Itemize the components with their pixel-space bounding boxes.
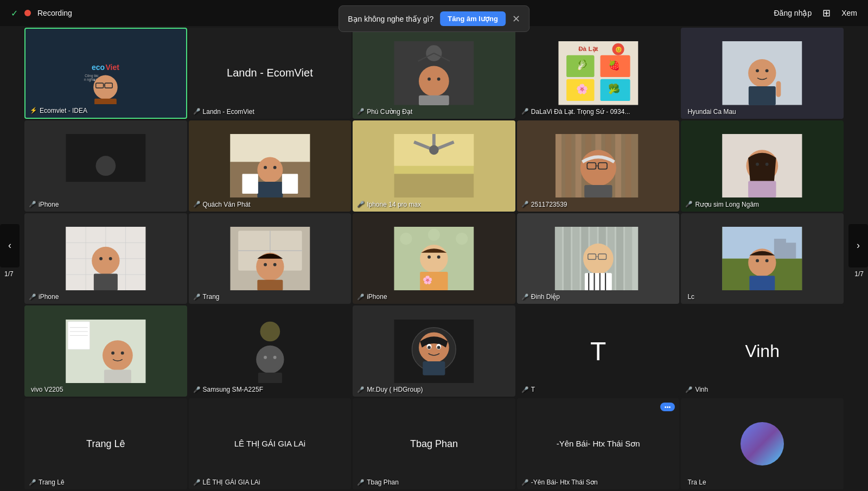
phone-number-video	[517, 120, 680, 212]
iphone1-video	[24, 120, 187, 212]
video-cell-ecomviet[interactable]: eco Viet Công tác n nghiệp ⚡ Ecomviet - …	[24, 28, 187, 119]
svg-point-15	[427, 78, 431, 81]
video-cell-trang[interactable]: 🎤 Trang	[189, 213, 352, 304]
video-cell-quach[interactable]: 🎤 Quách Văn Phát	[189, 120, 352, 212]
left-page-indicator: 1/7	[4, 270, 14, 278]
iphone3-video: 🌸	[353, 213, 515, 304]
iphone14-video	[353, 120, 515, 212]
svg-rect-54	[394, 174, 474, 197]
svg-point-100	[427, 256, 431, 259]
next-page-button[interactable]: ›	[848, 224, 868, 267]
video-cell-hyundai[interactable]: Hyundai Ca Mau	[681, 28, 844, 119]
person-svg-2	[377, 41, 491, 105]
landn-name-display: Landn - EcomViet	[221, 61, 318, 85]
cell-label-lc: Lc	[685, 293, 694, 301]
view-button[interactable]: Xem	[841, 9, 857, 17]
video-cell-vivo[interactable]: vivo V2205	[24, 305, 187, 397]
close-banner-button[interactable]: ✕	[512, 13, 520, 25]
video-cell-iphone1[interactable]: 🎤 iPhone	[24, 120, 187, 212]
cell-label-iphone1: 🎤 iPhone	[29, 201, 59, 208]
svg-point-85	[109, 257, 112, 260]
svg-text:Công tác: Công tác	[85, 73, 99, 78]
mute-icon-tbag: 🎤	[357, 479, 365, 486]
top-bar-right: Đăng nhập ⊞ Xem	[774, 7, 857, 19]
iphone14-svg	[377, 134, 491, 197]
video-cell-le-thi-gai[interactable]: LÊ THỊ GÁI GIA LAi 🎤 LÊ THỊ GÁI GIA LAi	[189, 398, 352, 489]
video-cell-phone-number[interactable]: 🎤 2511723539	[517, 120, 680, 212]
video-cell-samsung[interactable]: 🎤 Samsung SM-A225F	[189, 305, 352, 397]
svg-point-145	[264, 355, 267, 359]
video-cell-ruou-sim[interactable]: 🎤 Rượu sim Long Ngâm	[681, 120, 844, 212]
svg-rect-35	[776, 81, 781, 97]
svg-point-140	[121, 351, 124, 354]
video-cell-t[interactable]: T 🎤 T	[517, 305, 680, 397]
recording-dot	[24, 10, 31, 16]
dinh-diep-video	[517, 213, 680, 304]
video-cell-vinh[interactable]: Vinh 🎤 Vinh	[681, 305, 844, 397]
video-cell-lc[interactable]: Lc	[681, 213, 844, 304]
prev-page-button[interactable]: ‹	[0, 224, 20, 267]
boost-audio-button[interactable]: Tăng âm lượng	[440, 11, 506, 26]
samsung-svg	[213, 320, 327, 383]
svg-point-93	[273, 263, 276, 266]
svg-point-143	[260, 321, 280, 341]
video-cell-iphone2[interactable]: 🎤 iPhone	[24, 213, 187, 304]
svg-point-83	[92, 246, 119, 274]
video-cell-phu-cuong[interactable]: 🎤 Phú Cường Đạt	[353, 28, 515, 119]
video-cell-tbag[interactable]: Tbag Phan 🎤 Tbag Phan	[353, 398, 515, 489]
svg-rect-126	[774, 239, 786, 259]
video-cell-iphone3[interactable]: 🌸 🎤 iPhone	[353, 213, 515, 304]
video-cell-dalavi[interactable]: Đà Lạt 🥬 🍓 🌸 🥦 😊 🎤 DaLaVi Đà Lạt. Trọng …	[517, 28, 680, 119]
mute-icon-dalavi: 🎤	[521, 108, 529, 115]
video-cell-yen-bai[interactable]: ••• -Yên Bái- Htx Thái Sơn 🎤 -Yên Bái- H…	[517, 398, 680, 489]
mute-icon-mrduy: 🎤	[357, 386, 365, 393]
svg-point-42	[257, 157, 283, 183]
ecomviet-video: eco Viet Công tác n nghiệp	[25, 29, 186, 118]
svg-rect-46	[242, 174, 258, 194]
cell-label-le-thi-gai: 🎤 LÊ THỊ GÁI GIA LAi	[193, 479, 260, 486]
login-button[interactable]: Đăng nhập	[774, 9, 812, 17]
svg-point-32	[756, 69, 759, 73]
svg-point-43	[264, 166, 267, 169]
grid-icon: ⊞	[822, 7, 831, 19]
hyundai-svg	[705, 41, 819, 105]
vivo-svg	[49, 320, 163, 383]
le-thi-gai-name-display: LÊ THỊ GÁI GIA LAi	[229, 433, 311, 454]
cell-label-tbag: 🎤 Tbag Phan	[357, 479, 399, 486]
video-cell-iphone14[interactable]: 🎤 Iphone 14 pro max	[353, 120, 515, 212]
cell-label-mrduy: 🎤 Mr.Duy ( HDGroup)	[357, 386, 423, 393]
video-cell-landn[interactable]: Landn - EcomViet 🎤 Landn - EcomViet	[189, 28, 352, 119]
cell-label-vinh: 🎤 Vinh	[685, 386, 708, 393]
yen-bai-name-display: -Yên Bái- Htx Thái Sơn	[551, 433, 646, 454]
hyundai-video	[681, 28, 844, 119]
svg-point-153	[427, 346, 431, 349]
trang-video	[189, 213, 352, 304]
video-cell-mrduy[interactable]: 🎤 Mr.Duy ( HDGroup)	[353, 305, 515, 397]
svg-text:🌸: 🌸	[423, 275, 433, 285]
svg-text:eco: eco	[92, 63, 105, 72]
mute-icon-ruou-sim: 🎤	[685, 201, 693, 208]
svg-point-130	[765, 259, 769, 262]
cell-label-landn: 🎤 Landn - EcomViet	[193, 108, 254, 116]
cell-label-tra-le: Tra Le	[685, 479, 706, 486]
more-options-badge[interactable]: •••	[660, 403, 675, 411]
video-cell-dinh-diep[interactable]: 🎤 Đinh Diệp	[517, 213, 680, 304]
mute-icon-iphone3: 🎤	[357, 294, 365, 301]
cell-label-ecomviet: ⚡ Ecomviet - IDEA	[30, 107, 87, 114]
mute-icon-iphone14: 🎤	[357, 201, 365, 208]
iphone3-svg: 🌸	[377, 227, 491, 290]
svg-rect-147	[258, 372, 282, 383]
video-cell-tra-le[interactable]: Tra Le	[681, 398, 844, 489]
svg-point-98	[428, 228, 440, 240]
cell-label-t: 🎤 T	[521, 386, 535, 393]
svg-rect-131	[750, 276, 775, 290]
svg-text:🥦: 🥦	[608, 83, 620, 95]
cell-label-iphone2: 🎤 iPhone	[29, 293, 59, 301]
mrduy-svg	[377, 320, 491, 383]
lc-video	[681, 213, 844, 304]
video-grid: eco Viet Công tác n nghiệp ⚡ Ecomviet - …	[23, 26, 845, 491]
mute-icon-trang: 🎤	[193, 294, 201, 301]
video-cell-trang-le[interactable]: Trang Lê 🎤 Trang Lê	[24, 398, 187, 489]
svg-rect-127	[786, 243, 796, 258]
svg-rect-74	[748, 181, 776, 198]
